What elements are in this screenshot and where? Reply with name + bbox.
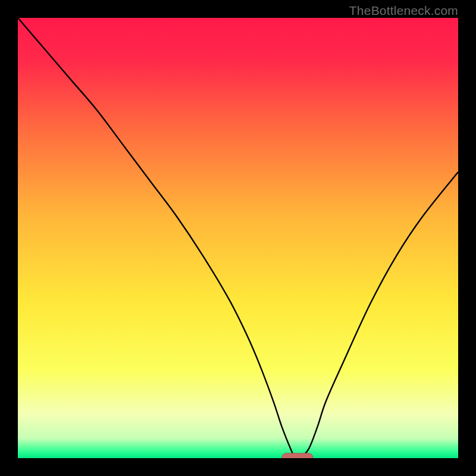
attribution-text: TheBottleneck.com <box>349 4 458 18</box>
chart-frame: TheBottleneck.com <box>0 0 476 476</box>
svg-rect-0 <box>18 18 458 458</box>
plot-area <box>18 18 458 458</box>
optimal-marker <box>282 453 313 458</box>
background-gradient <box>18 18 458 458</box>
